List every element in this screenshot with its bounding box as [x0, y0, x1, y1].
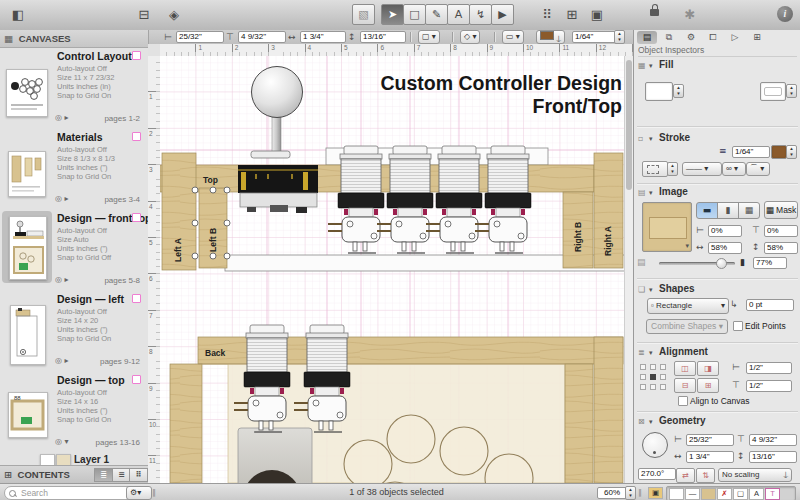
flip-horizontal-button[interactable]: ⇄ — [676, 468, 695, 483]
canvas-item-design-left[interactable]: Design — left Auto-layout Off Size 14 x … — [0, 291, 148, 372]
size-h-field[interactable]: 13/16" — [360, 31, 406, 43]
drawing-title-line1[interactable]: Custom Controller Design — [380, 72, 622, 94]
align-anchor-dot[interactable] — [660, 384, 666, 390]
scrollbar-thumb[interactable] — [626, 60, 632, 190]
geometry-h-field[interactable]: 13/16" — [749, 451, 797, 463]
image-disclosure-icon[interactable]: ▾ — [649, 189, 653, 197]
rotation-dial[interactable] — [642, 432, 668, 458]
style-swatch-shape[interactable]: ▢ — [733, 488, 748, 500]
splitter-handle[interactable]: ∥ — [152, 488, 156, 497]
rotation-field[interactable]: 270.0° — [638, 468, 676, 480]
geometry-x-field[interactable]: 25/32" — [686, 434, 734, 446]
canvas-item-design-top[interactable]: 88 Design — top Auto-layout Off Size 14 … — [0, 372, 148, 453]
align-anchor-dot[interactable] — [650, 364, 656, 370]
wood-right-inner-column[interactable] — [565, 364, 593, 483]
opacity-field[interactable]: 77% — [753, 257, 787, 269]
geometry-disclosure-icon[interactable]: ▾ — [649, 418, 653, 426]
canvas-size-icon[interactable]: ▣ — [585, 4, 609, 25]
corner-radius-field[interactable]: 0 pt — [746, 299, 794, 311]
image-offset-y-field[interactable]: 0% — [764, 225, 798, 237]
eye-disclosure[interactable]: ◎ ▸ — [55, 194, 69, 203]
style-swatch-font[interactable]: A — [749, 488, 764, 500]
tab-properties-inspectors[interactable]: ⚙ — [681, 31, 701, 44]
shape-style-dropdown[interactable]: ▢ ▾ — [418, 30, 440, 44]
image-tile-toggle[interactable]: ▦ — [738, 202, 760, 219]
search-input[interactable]: Search — [4, 486, 138, 500]
diagram-layout-icon[interactable]: ⊞ — [560, 4, 584, 25]
zoom-field[interactable]: 60% — [597, 487, 627, 499]
view-list-button[interactable]: ≣ — [94, 468, 113, 482]
zoom-stepper[interactable]: ▲▼ — [625, 486, 636, 500]
eye-disclosure[interactable]: ◎ ▾ — [55, 437, 69, 446]
shape-dropdown[interactable]: ▫ Rectangle ▾ — [647, 298, 729, 314]
image-stretch-toggle[interactable]: ▮ — [717, 202, 739, 219]
size-w-field[interactable]: 1 3/4" — [300, 31, 346, 43]
align-anchor-dot[interactable] — [650, 384, 656, 390]
sidebar-toggle-icon[interactable]: ◧ — [6, 4, 30, 25]
canvas-name[interactable]: Materials — [57, 131, 103, 143]
fill-style-dropdown[interactable]: ◇ ▾ — [460, 30, 480, 44]
fill-color-well[interactable] — [645, 82, 673, 101]
combine-shapes-button[interactable]: Combine Shapes ▾ — [646, 319, 728, 334]
line-join-dropdown[interactable]: ∞ ▾ — [722, 162, 746, 176]
layer-name[interactable]: Layer 1 — [74, 454, 109, 465]
zigzag-tool-button[interactable]: ↯ — [469, 4, 492, 25]
shapes-disclosure-icon[interactable]: ▾ — [649, 286, 653, 294]
scaling-dropdown[interactable]: No scaling ⍊ — [718, 468, 792, 482]
fill-style-well[interactable] — [760, 82, 786, 101]
canvas-item-materials[interactable]: Materials Auto-layout Off Size 8 1/3 x 8… — [0, 129, 148, 210]
style-swatch-line[interactable]: — — [685, 488, 700, 500]
drawing-title-line2[interactable]: Front/Top — [532, 95, 622, 117]
line-type-dropdown[interactable]: —— ▾ — [682, 162, 722, 176]
canvas-thumbnail[interactable]: 88 — [8, 392, 48, 438]
align-anchor-dot[interactable] — [660, 364, 666, 370]
stroke-color-stepper[interactable]: ▲▼ — [786, 145, 797, 159]
edit-points-checkbox[interactable] — [733, 321, 743, 331]
align-anchor-dot[interactable] — [660, 374, 666, 380]
canvases-tool-icon[interactable]: ⊟ — [132, 4, 156, 25]
style-swatch-icon[interactable]: ▧ — [352, 4, 375, 25]
align-to-canvas-checkbox[interactable] — [678, 396, 688, 406]
align-anchor-dot-selected[interactable] — [650, 374, 656, 380]
align-anchor-dot[interactable] — [640, 364, 646, 370]
image-offset-x-field[interactable]: 0% — [708, 225, 742, 237]
tab-canvas-inspectors[interactable]: ⧠ — [703, 31, 723, 44]
stroke-width-field[interactable]: 1/64" — [572, 31, 616, 43]
style-swatch-text[interactable]: T — [765, 488, 780, 500]
stroke-corner-stepper[interactable]: ▲▼ — [667, 162, 678, 176]
action-tool-button[interactable]: ▶ — [491, 4, 514, 25]
align-horizontal-center-button[interactable]: ◨ — [697, 361, 719, 376]
tab-document-inspectors[interactable]: ▷ — [725, 31, 745, 44]
style-swatch-none[interactable]: ✗ — [717, 488, 732, 500]
canvas-name[interactable]: Control Layout — [57, 50, 132, 62]
h-spacing-field[interactable]: 1/2" — [746, 362, 792, 374]
fill-disclosure-icon[interactable]: ▾ — [649, 62, 653, 70]
canvas-area[interactable]: Custom Controller Design Front/Top — [160, 56, 633, 483]
canvas-thumbnail[interactable] — [10, 305, 46, 365]
image-preview-well[interactable]: ▾ — [642, 202, 692, 252]
stroke-color-stepper[interactable]: ⍊ — [536, 30, 565, 44]
stroke-width-field[interactable]: 1/64" — [732, 146, 770, 158]
stroke-disclosure-icon[interactable]: ▾ — [649, 135, 653, 143]
fill-color-stepper[interactable]: ▲▼ — [673, 84, 684, 98]
image-scale-y-field[interactable]: 58% — [764, 242, 798, 254]
wood-left-column[interactable] — [170, 364, 202, 483]
pos-x-field[interactable]: 25/32" — [176, 31, 224, 43]
image-scale-x-field[interactable]: 58% — [708, 242, 742, 254]
canvas-name[interactable]: Design — left — [57, 293, 124, 305]
pos-y-field[interactable]: 4 9/32" — [238, 31, 286, 43]
tab-object-inspectors[interactable]: ▤ — [637, 31, 657, 44]
style-swatch-fill[interactable] — [669, 488, 684, 500]
shape-tool-button[interactable]: □ — [403, 4, 426, 25]
line-cap-dropdown[interactable]: ⌒ ▾ — [746, 162, 770, 176]
geometry-w-field[interactable]: 1 3/4" — [686, 451, 734, 463]
search-gear-button[interactable]: ⚙▾ — [126, 486, 152, 500]
canvas-drawing[interactable]: Custom Controller Design Front/Top — [160, 56, 633, 483]
canvas-item-design-front-top[interactable]: Design — front/top Auto-layout Off Size … — [0, 210, 148, 291]
view-grid-button[interactable]: ⠿ — [129, 468, 148, 482]
pointer-tool-button[interactable]: ➤ — [381, 4, 404, 25]
top-section-view[interactable]: Back — [170, 325, 623, 483]
canvas-item-control-layout[interactable]: Control Layout Auto-layout Off Size 11 x… — [0, 48, 148, 129]
eye-disclosure[interactable]: ◎ ▸ — [55, 275, 69, 284]
fill-style-stepper[interactable]: ▲▼ — [786, 84, 797, 98]
